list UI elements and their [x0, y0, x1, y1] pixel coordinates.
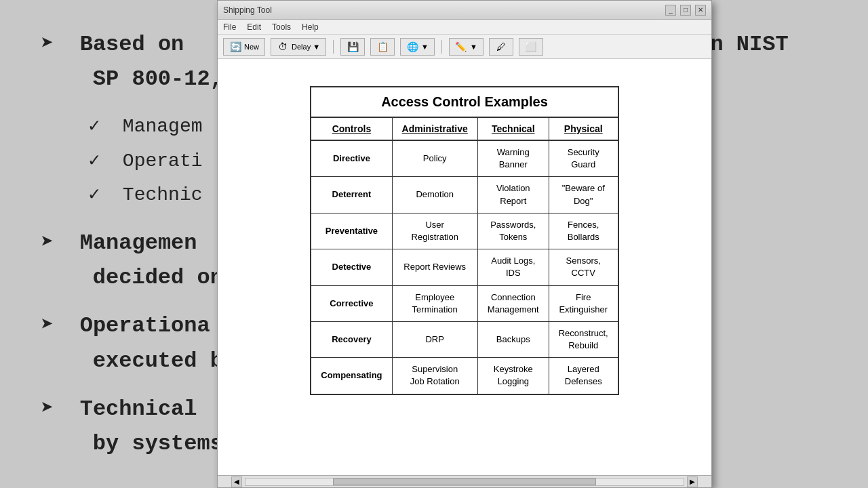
- toolbar: 🔄 New ⏱ Delay ▼ 💾 📋 🌐 ▼ ✏️ ▼ 🖊: [218, 35, 711, 59]
- scroll-right-arrow[interactable]: ▶: [687, 476, 698, 487]
- table-row: Preventative UserRegistration Passwords,…: [311, 213, 618, 249]
- delay-icon: ⏱: [277, 41, 289, 53]
- nav-arrow: ▼: [421, 43, 429, 51]
- table-container: Access Control Examples Controls Adminis…: [310, 86, 618, 395]
- row-detective-phys: Sensors,CCTV: [549, 249, 618, 285]
- content-area: Access Control Examples Controls Adminis…: [218, 59, 711, 475]
- save-icon: 💾: [347, 41, 359, 53]
- pen-icon: ✏️: [455, 41, 467, 53]
- row-recovery-admin: DRP: [392, 321, 477, 357]
- row-directive-admin: Policy: [392, 140, 477, 177]
- row-deterrent-phys: "Beware ofDog": [549, 177, 618, 213]
- row-corrective-tech: ConnectionManagement: [477, 285, 549, 321]
- row-preventative-control: Preventative: [311, 213, 392, 249]
- col-controls: Controls: [311, 117, 392, 140]
- new-button[interactable]: 🔄 New: [223, 38, 265, 56]
- copy-icon: 📋: [376, 41, 389, 53]
- row-deterrent-tech: ViolationReport: [477, 177, 549, 213]
- scroll-thumb[interactable]: [333, 479, 596, 485]
- copy-button[interactable]: 📋: [370, 38, 395, 56]
- table-title-row: Access Control Examples: [311, 87, 618, 117]
- row-compensating-tech: KeystrokeLogging: [477, 358, 549, 394]
- close-button[interactable]: ✕: [695, 5, 706, 16]
- table-body: Directive Policy WarningBanner SecurityG…: [311, 140, 618, 394]
- eraser-icon: ⬜: [525, 41, 537, 53]
- separator-1: [333, 40, 334, 54]
- row-detective-tech: Audit Logs,IDS: [477, 249, 549, 285]
- row-preventative-admin: UserRegistration: [392, 213, 477, 249]
- row-directive-tech: WarningBanner: [477, 140, 549, 177]
- row-compensating-phys: LayeredDefenses: [549, 358, 618, 394]
- table-row: Compensating SupervisionJob Rotation Key…: [311, 358, 618, 394]
- horizontal-scrollbar[interactable]: ◀ ▶: [218, 475, 711, 487]
- table-title: Access Control Examples: [311, 87, 618, 117]
- delay-label: Delay ▼: [292, 43, 320, 51]
- navigate-button[interactable]: 🌐 ▼: [400, 38, 435, 56]
- row-recovery-phys: Reconstruct,Rebuild: [549, 321, 618, 357]
- save-button[interactable]: 💾: [340, 38, 365, 56]
- globe-icon: 🌐: [406, 41, 418, 53]
- delay-button[interactable]: ⏱ Delay ▼: [271, 38, 326, 56]
- maximize-button[interactable]: □: [680, 5, 691, 16]
- minimize-button[interactable]: _: [665, 5, 676, 16]
- menu-file[interactable]: File: [223, 22, 236, 32]
- window-title: Shipping Tool: [223, 5, 272, 15]
- table-row: Corrective EmployeeTermination Connectio…: [311, 285, 618, 321]
- access-control-table: Access Control Examples Controls Adminis…: [310, 86, 618, 395]
- row-preventative-tech: Passwords,Tokens: [477, 213, 549, 249]
- row-directive-phys: SecurityGuard: [549, 140, 618, 177]
- row-corrective-phys: FireExtinguisher: [549, 285, 618, 321]
- row-compensating-admin: SupervisionJob Rotation: [392, 358, 477, 394]
- table-header-row: Controls Administrative Technical Physic…: [311, 117, 618, 140]
- scroll-track[interactable]: [245, 478, 684, 486]
- new-label: New: [244, 43, 259, 51]
- highlight-icon: 🖊: [495, 41, 507, 53]
- col-technical: Technical: [477, 117, 549, 140]
- row-recovery-tech: Backups: [477, 321, 549, 357]
- table-row: Directive Policy WarningBanner SecurityG…: [311, 140, 618, 177]
- title-bar: Shipping Tool _ □ ✕: [218, 1, 711, 20]
- row-directive-control: Directive: [311, 140, 392, 177]
- row-detective-admin: Report Reviews: [392, 249, 477, 285]
- scroll-left-arrow[interactable]: ◀: [231, 476, 242, 487]
- table-row: Deterrent Demotion ViolationReport "Bewa…: [311, 177, 618, 213]
- row-detective-control: Detective: [311, 249, 392, 285]
- menu-help[interactable]: Help: [302, 22, 319, 32]
- window-controls: _ □ ✕: [665, 5, 706, 16]
- row-corrective-control: Corrective: [311, 285, 392, 321]
- menu-bar: File Edit Tools Help: [218, 20, 711, 35]
- draw-button[interactable]: ✏️ ▼: [449, 38, 484, 56]
- row-preventative-phys: Fences,Bollards: [549, 213, 618, 249]
- eraser-button[interactable]: ⬜: [519, 38, 543, 56]
- row-recovery-control: Recovery: [311, 321, 392, 357]
- menu-edit[interactable]: Edit: [247, 22, 261, 32]
- draw-arrow: ▼: [470, 43, 477, 51]
- row-deterrent-admin: Demotion: [392, 177, 477, 213]
- col-administrative: Administrative: [392, 117, 477, 140]
- row-compensating-control: Compensating: [311, 358, 392, 394]
- table-row: Recovery DRP Backups Reconstruct,Rebuild: [311, 321, 618, 357]
- new-icon: 🔄: [229, 41, 241, 53]
- row-corrective-admin: EmployeeTermination: [392, 285, 477, 321]
- highlight-button[interactable]: 🖊: [489, 38, 513, 56]
- floating-window: Shipping Tool _ □ ✕ File Edit Tools Help…: [217, 0, 712, 488]
- row-deterrent-control: Deterrent: [311, 177, 392, 213]
- separator-2: [441, 40, 442, 54]
- col-physical: Physical: [549, 117, 618, 140]
- menu-tools[interactable]: Tools: [272, 22, 291, 32]
- table-row: Detective Report Reviews Audit Logs,IDS …: [311, 249, 618, 285]
